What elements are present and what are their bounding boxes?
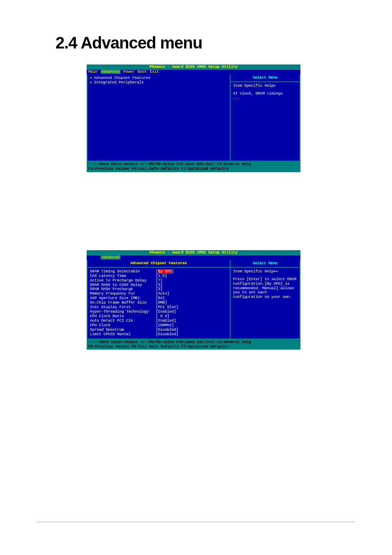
right-panel-header: Select Menu bbox=[231, 74, 300, 82]
help-body: Press [Enter] to select DRAM configurati… bbox=[233, 277, 297, 300]
setting-value[interactable]: [Disabled] bbox=[156, 332, 178, 337]
help-title: Item Specific Help▸ bbox=[233, 84, 297, 88]
page-footer-rule bbox=[37, 522, 355, 522]
bios-footer: ↑↓→←:Move Enter:Select +/-/PU/PD:Value F… bbox=[87, 339, 300, 350]
menu-advanced[interactable]: Advanced bbox=[101, 69, 120, 74]
menu-boot[interactable]: Boot bbox=[138, 69, 147, 74]
bios-footer: ↑↓→←:Move Enter:Select +/-/PU/PD:Value F… bbox=[87, 161, 300, 172]
submenu-label: Integrated Peripherals bbox=[94, 80, 144, 85]
bios-window-chipset-features: Phoenix - Award BIOS CMOS Setup Utility … bbox=[87, 250, 300, 350]
menu-exit[interactable]: Exit bbox=[150, 69, 159, 74]
bios-right-panel: Select Menu Item Specific Help▸ AT clock… bbox=[230, 74, 300, 161]
setting-value[interactable]: [7] bbox=[156, 279, 163, 283]
arrow-icon: ▸ bbox=[90, 80, 92, 85]
bios-right-panel: Select Menu Item Specific Help▸▸ Press [… bbox=[230, 260, 300, 339]
arrow-icon: ▸ bbox=[90, 76, 92, 80]
submenu-label: Advanced Chipset Features bbox=[94, 76, 151, 80]
setting-row[interactable]: CAS Latency Time[1.5] bbox=[90, 274, 227, 279]
setting-row[interactable]: Active to Precharge Delay[7] bbox=[90, 279, 227, 283]
setting-label: Limit CPUID MaxVal bbox=[90, 332, 156, 337]
setting-value[interactable]: [1.5] bbox=[156, 274, 167, 279]
right-panel-body: Item Specific Help▸ AT clock, DRAM timin… bbox=[231, 82, 300, 161]
help-body-line: ... bbox=[233, 96, 297, 101]
menu-power[interactable]: Power bbox=[123, 69, 135, 74]
right-panel-body: Item Specific Help▸▸ Press [Enter] to se… bbox=[231, 268, 300, 339]
bios-left-panel: Advanced Chipset Features DRAM Timing Se… bbox=[88, 260, 230, 339]
menu-main[interactable]: Main bbox=[88, 69, 97, 74]
submenu-integrated-peripherals[interactable]: ▸Integrated Peripherals bbox=[90, 81, 227, 85]
bios-window-advanced-menu: Phoenix - Award BIOS CMOS Setup Utility … bbox=[87, 64, 300, 172]
bios-menu-bar[interactable]: Main Advanced bbox=[87, 256, 300, 260]
menu-advanced[interactable]: Advanced bbox=[101, 255, 120, 260]
setting-row[interactable]: Limit CPUID MaxVal[Disabled] bbox=[90, 332, 227, 337]
bios-title-bar: Phoenix - Award BIOS CMOS Setup Utility bbox=[87, 250, 300, 256]
bios-subheader: Advanced Chipset Features bbox=[88, 260, 230, 268]
setting-label: CAS Latency Time bbox=[90, 274, 156, 279]
bios-menu-bar[interactable]: Main Advanced Power Boot Exit bbox=[87, 70, 300, 74]
bios-body: ▸Advanced Chipset Features ▸Integrated P… bbox=[87, 74, 300, 161]
bios-left-panel: ▸Advanced Chipset Features ▸Integrated P… bbox=[88, 74, 230, 161]
footer-line-1: ↑↓→←:Move Enter:Select +/-/PU/PD:Value F… bbox=[88, 340, 299, 345]
bios-body: Advanced Chipset Features DRAM Timing Se… bbox=[87, 260, 300, 339]
setting-label: Active to Precharge Delay bbox=[90, 279, 156, 283]
right-panel-header: Select Menu bbox=[231, 260, 300, 268]
help-title: Item Specific Help▸▸ bbox=[233, 269, 297, 274]
help-body-line: AT clock, DRAM timings bbox=[233, 92, 297, 96]
footer-line-2: F5:Previous Values F6:Fail-Safe Defaults… bbox=[88, 167, 299, 171]
footer-line-2: F5:Previous Values F6:Fail-Safe Defaults… bbox=[88, 345, 299, 349]
page-title: 2.4 Advanced menu bbox=[55, 34, 202, 52]
bios-title-bar: Phoenix - Award BIOS CMOS Setup Utility bbox=[87, 64, 300, 70]
